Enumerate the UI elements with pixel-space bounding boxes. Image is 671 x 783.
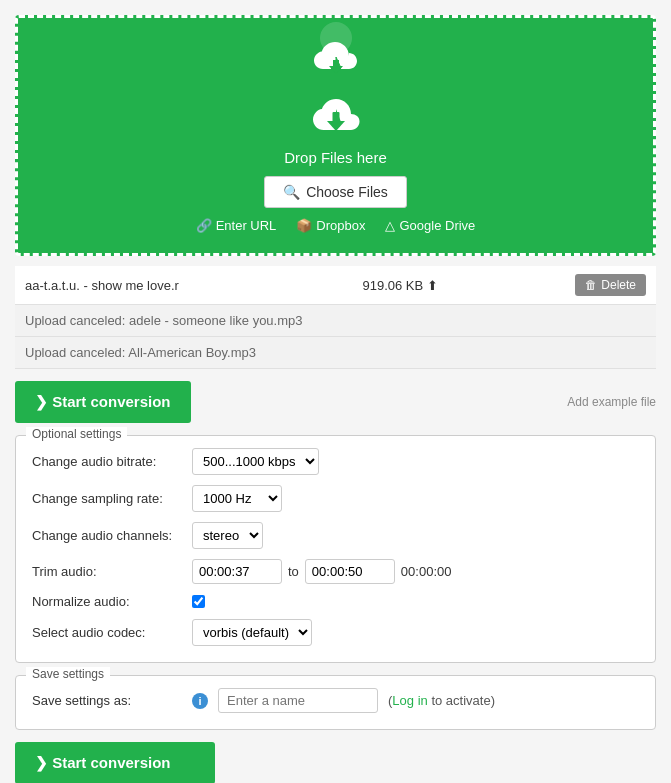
svg-marker-2 [329, 66, 343, 74]
search-icon: 🔍 [283, 184, 300, 200]
info-icon: i [192, 693, 208, 709]
save-name-input[interactable] [218, 688, 378, 713]
bitrate-label: Change audio bitrate: [32, 454, 182, 469]
codec-row: Select audio codec: vorbis (default) mp3… [32, 619, 639, 646]
file-name: aa-t.a.t.u. - show me love.r [25, 278, 225, 293]
codec-label: Select audio codec: [32, 625, 182, 640]
file-size: 919.06 KB ⬆ [225, 278, 575, 293]
normalize-checkbox[interactable] [192, 595, 205, 608]
canceled-upload-2: Upload canceled: All-American Boy.mp3 [15, 337, 656, 369]
dropbox-link[interactable]: 📦 Dropbox [296, 218, 365, 233]
normalize-row: Normalize audio: [32, 594, 639, 609]
start-conversion-button-bottom[interactable]: ❯ Start conversion [15, 742, 215, 783]
trim-duration: 00:00:00 [401, 564, 452, 579]
login-link[interactable]: Log in [392, 693, 427, 708]
trim-end-input[interactable] [305, 559, 395, 584]
bitrate-select[interactable]: 500...1000 kbps 128 kbps 192 kbps 256 kb… [192, 448, 319, 475]
trim-label: Trim audio: [32, 564, 182, 579]
add-example-link[interactable]: Add example file [567, 395, 656, 409]
file-item: aa-t.a.t.u. - show me love.r 919.06 KB ⬆… [15, 266, 656, 305]
trim-to-label: to [288, 564, 299, 579]
enter-url-link[interactable]: 🔗 Enter URL [196, 218, 277, 233]
save-note: (Log in to activate) [388, 693, 495, 708]
trim-start-input[interactable] [192, 559, 282, 584]
channels-label: Change audio channels: [32, 528, 182, 543]
start-conversion-row-top: ❯ Start conversion Add example file [15, 381, 656, 423]
drop-text: Drop Files here [38, 149, 633, 166]
trash-icon: 🗑 [585, 278, 597, 292]
trim-row: Trim audio: to 00:00:00 [32, 559, 639, 584]
optional-settings-section: Optional settings Change audio bitrate: … [15, 435, 656, 663]
save-settings-section: Save settings Save settings as: i (Log i… [15, 675, 656, 730]
save-settings-row: Save settings as: i (Log in to activate) [32, 688, 639, 713]
save-settings-legend: Save settings [26, 667, 110, 681]
cloud-upload-icon [311, 38, 361, 86]
normalize-label: Normalize audio: [32, 594, 182, 609]
bitrate-row: Change audio bitrate: 500...1000 kbps 12… [32, 448, 639, 475]
save-settings-label: Save settings as: [32, 693, 182, 708]
choose-files-button[interactable]: 🔍 Choose Files [264, 176, 407, 208]
sampling-select[interactable]: 1000 Hz 22050 Hz 44100 Hz 48000 Hz [192, 485, 282, 512]
channels-select[interactable]: stereo mono [192, 522, 263, 549]
drop-zone[interactable]: Drop Files here 🔍 Choose Files 🔗 Enter U… [15, 15, 656, 256]
upload-icon: ⬆ [427, 278, 438, 293]
start-conversion-button-top[interactable]: ❯ Start conversion [15, 381, 191, 423]
google-drive-icon: △ [385, 218, 395, 233]
canceled-upload-1: Upload canceled: adele - someone like yo… [15, 305, 656, 337]
sampling-row: Change sampling rate: 1000 Hz 22050 Hz 4… [32, 485, 639, 512]
optional-settings-legend: Optional settings [26, 427, 127, 441]
link-icon: 🔗 [196, 218, 212, 233]
delete-button[interactable]: 🗑 Delete [575, 274, 646, 296]
codec-select[interactable]: vorbis (default) mp3 aac flac wav [192, 619, 312, 646]
sampling-label: Change sampling rate: [32, 491, 182, 506]
dropbox-icon: 📦 [296, 218, 312, 233]
svg-point-3 [320, 22, 352, 54]
channels-row: Change audio channels: stereo mono [32, 522, 639, 549]
google-drive-link[interactable]: △ Google Drive [385, 218, 475, 233]
